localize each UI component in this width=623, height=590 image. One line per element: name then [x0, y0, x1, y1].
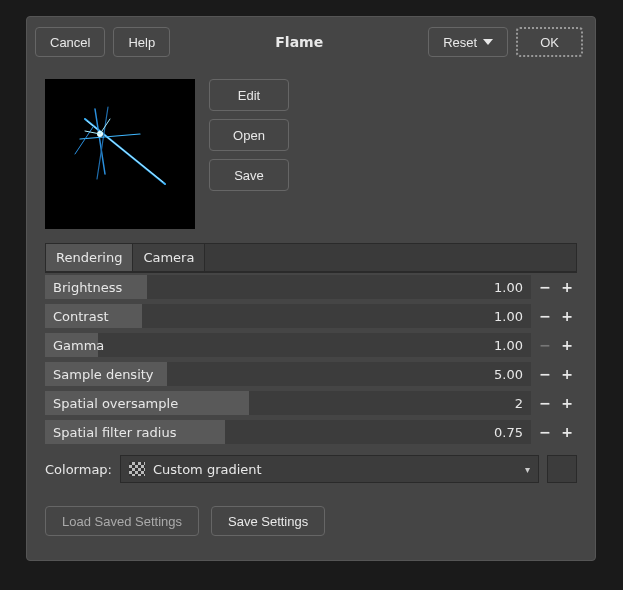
preview-side-buttons: Edit Open Save — [209, 79, 289, 229]
colormap-row: Colormap: Custom gradient ▾ — [45, 454, 577, 484]
plus-icon[interactable]: + — [557, 421, 577, 443]
reset-label: Reset — [443, 35, 477, 50]
slider-row: Sample density5.00−+ — [45, 360, 577, 388]
slider-value: 5.00 — [494, 367, 531, 382]
svg-line-5 — [75, 127, 93, 154]
slider-stepper: −+ — [535, 334, 577, 356]
chevron-down-icon — [483, 39, 493, 45]
svg-line-7 — [100, 119, 110, 134]
slider-label: Brightness — [45, 280, 122, 295]
slider-value: 1.00 — [494, 309, 531, 324]
plus-icon[interactable]: + — [557, 305, 577, 327]
slider-stepper: −+ — [535, 421, 577, 443]
slider-field[interactable]: Spatial filter radius0.75 — [45, 420, 531, 444]
dialog-footer: Load Saved Settings Save Settings — [45, 506, 577, 536]
slider-value: 1.00 — [494, 280, 531, 295]
minus-icon: − — [535, 334, 555, 356]
slider-stepper: −+ — [535, 305, 577, 327]
slider-row: Spatial oversample2−+ — [45, 389, 577, 417]
plus-icon[interactable]: + — [557, 363, 577, 385]
dialog-header: Cancel Help Flame Reset OK — [27, 17, 595, 67]
flame-dialog: Cancel Help Flame Reset OK — [26, 16, 596, 561]
colormap-select[interactable]: Custom gradient ▾ — [120, 455, 539, 483]
dialog-title: Flame — [178, 34, 420, 50]
slider-label: Contrast — [45, 309, 109, 324]
tab-bar: Rendering Camera — [46, 244, 576, 272]
slider-field[interactable]: Spatial oversample2 — [45, 391, 531, 415]
colormap-value: Custom gradient — [153, 462, 262, 477]
load-settings-button[interactable]: Load Saved Settings — [45, 506, 199, 536]
slider-stepper: −+ — [535, 392, 577, 414]
chevron-down-icon: ▾ — [525, 464, 530, 475]
slider-field[interactable]: Brightness1.00 — [45, 275, 531, 299]
checker-icon — [129, 462, 145, 476]
save-settings-button[interactable]: Save Settings — [211, 506, 325, 536]
slider-value: 0.75 — [494, 425, 531, 440]
ok-button[interactable]: OK — [516, 27, 583, 57]
slider-field[interactable]: Contrast1.00 — [45, 304, 531, 328]
plus-icon[interactable]: + — [557, 392, 577, 414]
svg-line-2 — [95, 109, 105, 174]
preview-row: Edit Open Save — [45, 79, 577, 229]
minus-icon[interactable]: − — [535, 392, 555, 414]
edit-button[interactable]: Edit — [209, 79, 289, 111]
minus-icon[interactable]: − — [535, 276, 555, 298]
slider-row: Gamma1.00−+ — [45, 331, 577, 359]
dialog-content: Edit Open Save Rendering Camera Brightne… — [27, 67, 595, 560]
slider-label: Gamma — [45, 338, 104, 353]
minus-icon[interactable]: − — [535, 421, 555, 443]
save-button[interactable]: Save — [209, 159, 289, 191]
slider-field[interactable]: Gamma1.00 — [45, 333, 531, 357]
open-button[interactable]: Open — [209, 119, 289, 151]
slider-stepper: −+ — [535, 363, 577, 385]
plus-icon[interactable]: + — [557, 276, 577, 298]
flame-preview[interactable] — [45, 79, 195, 229]
slider-list: Brightness1.00−+Contrast1.00−+Gamma1.00−… — [45, 273, 577, 446]
slider-row: Contrast1.00−+ — [45, 302, 577, 330]
colormap-extra-button[interactable] — [547, 455, 577, 483]
settings-tabs: Rendering Camera — [45, 243, 577, 273]
colormap-label: Colormap: — [45, 462, 112, 477]
minus-icon[interactable]: − — [535, 305, 555, 327]
slider-label: Sample density — [45, 367, 154, 382]
slider-value: 1.00 — [494, 338, 531, 353]
svg-line-3 — [97, 107, 108, 179]
reset-button[interactable]: Reset — [428, 27, 508, 57]
slider-row: Spatial filter radius0.75−+ — [45, 418, 577, 446]
flame-thumbnail-icon — [45, 79, 195, 229]
slider-row: Brightness1.00−+ — [45, 273, 577, 301]
help-button[interactable]: Help — [113, 27, 170, 57]
cancel-button[interactable]: Cancel — [35, 27, 105, 57]
plus-icon[interactable]: + — [557, 334, 577, 356]
slider-stepper: −+ — [535, 276, 577, 298]
slider-label: Spatial filter radius — [45, 425, 176, 440]
tab-camera[interactable]: Camera — [133, 244, 205, 271]
slider-label: Spatial oversample — [45, 396, 178, 411]
minus-icon[interactable]: − — [535, 363, 555, 385]
tab-rendering[interactable]: Rendering — [46, 244, 133, 271]
slider-value: 2 — [515, 396, 531, 411]
slider-field[interactable]: Sample density5.00 — [45, 362, 531, 386]
